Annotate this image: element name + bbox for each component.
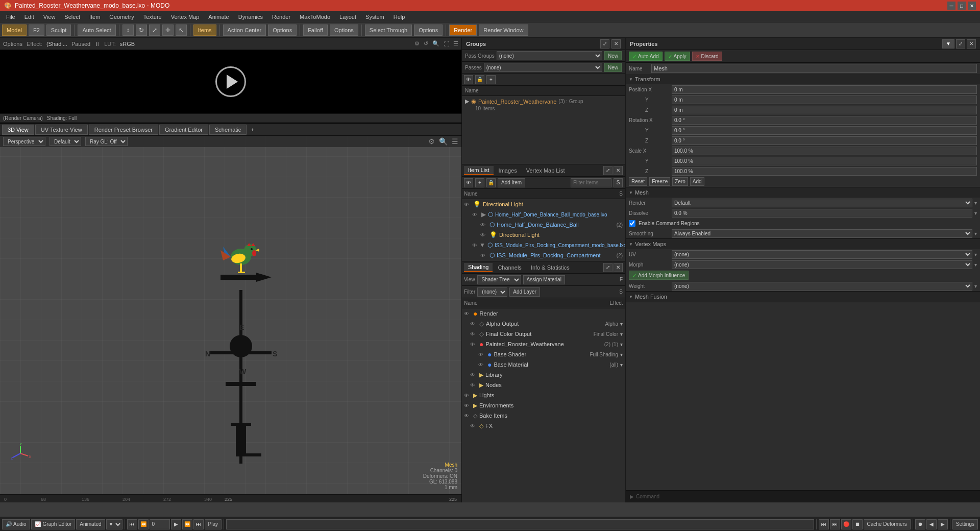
sh-vis-fx[interactable]: 👁 (470, 423, 477, 429)
animated-select[interactable]: ▼ (106, 519, 122, 529)
sh-menu-ao[interactable]: ▾ (620, 321, 623, 327)
3d-viewport[interactable]: Perspective Default Ray GL: Off ⚙ 🔍 ☰ (0, 136, 461, 494)
item-iss-file[interactable]: 👁 ▼ ⬡ ISS_Module_Pirs_Docking_Compartmen… (462, 240, 625, 250)
auto-add-btn[interactable]: ✓ Auto Add (629, 52, 663, 61)
vp-menu-icon[interactable]: ☰ (452, 137, 458, 146)
transport-forward[interactable]: ⏩ (182, 519, 192, 529)
audio-btn[interactable]: 🔊 Audio (2, 519, 30, 529)
sh-menu-rg[interactable]: ▾ (620, 342, 623, 347)
weight-select[interactable]: (none) (672, 282, 972, 291)
passes-select[interactable]: (none) (484, 63, 602, 72)
st-options-btn[interactable]: Options (414, 25, 443, 36)
add-transform-btn[interactable]: Add (690, 177, 704, 186)
menu-maxtomodo[interactable]: MaxToModo (296, 13, 334, 21)
scale-y-value[interactable]: 100.0 % (672, 157, 977, 165)
pb-icon-1[interactable]: ⏮ (819, 519, 829, 529)
rotate-icon[interactable]: ↻ (136, 25, 147, 36)
minimize-btn[interactable]: ─ (947, 2, 955, 10)
props-expand-icon[interactable]: ⤢ (956, 39, 965, 49)
shader-lights[interactable]: 👁 ▶ Lights (462, 390, 625, 400)
sh-menu-fc[interactable]: ▾ (620, 331, 623, 337)
item-list-close-icon[interactable]: ✕ (614, 166, 623, 175)
transport-start[interactable]: ⏮ (127, 519, 137, 529)
tab-images[interactable]: Images (495, 166, 521, 175)
preview-fullscreen-icon[interactable]: ⛶ (444, 41, 449, 47)
il-vis-4[interactable]: 👁 (472, 243, 477, 248)
animated-btn[interactable]: Animated (76, 519, 105, 529)
lut-value[interactable]: sRGB (120, 41, 135, 47)
pos-x-value[interactable]: 0 m (672, 85, 977, 94)
render-window-btn[interactable]: Render Window (479, 25, 528, 36)
render-btn[interactable]: Render (449, 25, 477, 36)
sh-menu-bm[interactable]: ▾ (620, 362, 623, 368)
vertex-maps-header[interactable]: Vertex Maps (626, 239, 980, 249)
sh-vis-rg[interactable]: 👁 (470, 342, 477, 347)
menu-select[interactable]: Select (60, 13, 84, 21)
falloff-btn[interactable]: Falloff (303, 25, 328, 36)
shader-library[interactable]: 👁 ▶ Library (462, 370, 625, 380)
cache-deformers-btn[interactable]: Cache Deformers (864, 519, 911, 529)
pb-icon-4[interactable]: ⏹ (852, 519, 863, 529)
play-btn[interactable]: Play (205, 519, 222, 529)
name-input[interactable] (651, 64, 977, 73)
pos-z-value[interactable]: 0 m (672, 106, 977, 114)
shading-expand-icon[interactable]: ⤢ (603, 263, 612, 272)
il-lock-icon[interactable]: 🔒 (486, 178, 496, 187)
menu-view[interactable]: View (39, 13, 60, 21)
group-item-rooster[interactable]: ▶ ◉ Painted_Rooster_Weathervane (3) : Gr… (463, 97, 624, 106)
new-pass-btn[interactable]: New (604, 51, 622, 60)
tab-vertex-map[interactable]: Vertex Map List (522, 166, 569, 175)
frame-input[interactable] (150, 519, 170, 529)
falloff-options-btn[interactable]: Options (330, 25, 358, 36)
transform-header[interactable]: Transform (626, 74, 980, 84)
tab-shading[interactable]: Shading (464, 263, 493, 272)
sh-vis-lib[interactable]: 👁 (470, 372, 477, 378)
menu-geometry[interactable]: Geometry (105, 13, 138, 21)
zero-btn[interactable]: Zero (672, 177, 688, 186)
il-vis-0[interactable]: 👁 (464, 202, 471, 207)
new-passes-btn[interactable]: New (604, 63, 622, 72)
tab-item-list[interactable]: Item List (464, 166, 494, 175)
add-morph-btn[interactable]: ✓ Add Morph Influence (629, 271, 689, 280)
tab-3d-view[interactable]: 3D View (2, 125, 34, 135)
timeline-track[interactable] (226, 519, 814, 529)
shading-label[interactable]: Shading: Full (47, 115, 77, 121)
pb-step-back[interactable]: ◀ (926, 519, 937, 529)
discard-btn[interactable]: ✕ Discard (692, 52, 722, 61)
sh-vis-render[interactable]: 👁 (464, 311, 471, 317)
model-btn[interactable]: Model (2, 25, 27, 36)
f2-btn[interactable]: F2 (29, 25, 44, 36)
shader-base-material[interactable]: 👁 ● Base Material (all) ▾ (462, 359, 625, 370)
il-add-icon[interactable]: + (475, 178, 484, 187)
apply-btn[interactable]: ✓ Apply (665, 52, 690, 61)
mesh-fusion-header[interactable]: Mesh Fusion (626, 292, 980, 302)
transport-play[interactable]: ▶ (171, 519, 181, 529)
shader-rooster-group[interactable]: 👁 ● Painted_Rooster_Weathervane (2) (1) … (462, 339, 625, 349)
menu-file[interactable]: File (2, 13, 19, 21)
preview-settings-2[interactable]: ↺ (424, 40, 428, 47)
vp-settings-icon[interactable]: ⚙ (428, 137, 435, 146)
shader-base-shader[interactable]: 👁 ● Base Shader Full Shading ▾ (462, 349, 625, 359)
view-type-select[interactable]: Perspective (3, 137, 45, 146)
rot-z-value[interactable]: 0.0 ° (672, 136, 977, 145)
filter-items-input[interactable] (571, 178, 611, 187)
sh-vis-ao[interactable]: 👁 (470, 321, 477, 327)
transform-icon[interactable]: ✛ (162, 25, 174, 36)
action-center-btn[interactable]: Action Center (223, 25, 266, 36)
maximize-btn[interactable]: □ (958, 2, 966, 10)
dissolve-value[interactable]: 0.0 % (672, 209, 972, 218)
il-vis-1[interactable]: 👁 (472, 212, 479, 218)
effect-value[interactable]: (Shadi... (46, 41, 67, 47)
menu-animate[interactable]: Animate (204, 13, 233, 21)
item-halfdome-ball[interactable]: 👁 ⬡ Home_Half_Dome_Balance_Ball (2) (462, 220, 625, 230)
il-s-icon[interactable]: S (614, 178, 623, 187)
shader-alpha-output[interactable]: 👁 ◇ Alpha Output Alpha ▾ (462, 319, 625, 329)
sh-filter-select[interactable]: (none) (477, 287, 507, 297)
settings-btn[interactable]: Settings (952, 519, 978, 529)
props-close-icon[interactable]: ✕ (967, 39, 976, 49)
tab-uv-texture[interactable]: UV Texture View (35, 125, 88, 135)
menu-help[interactable]: Help (389, 13, 409, 21)
props-tab-btn[interactable]: ▼ (942, 39, 954, 49)
sh-vis-bake[interactable]: 👁 (464, 413, 471, 419)
scale-z-value[interactable]: 100.0 % (672, 167, 977, 176)
